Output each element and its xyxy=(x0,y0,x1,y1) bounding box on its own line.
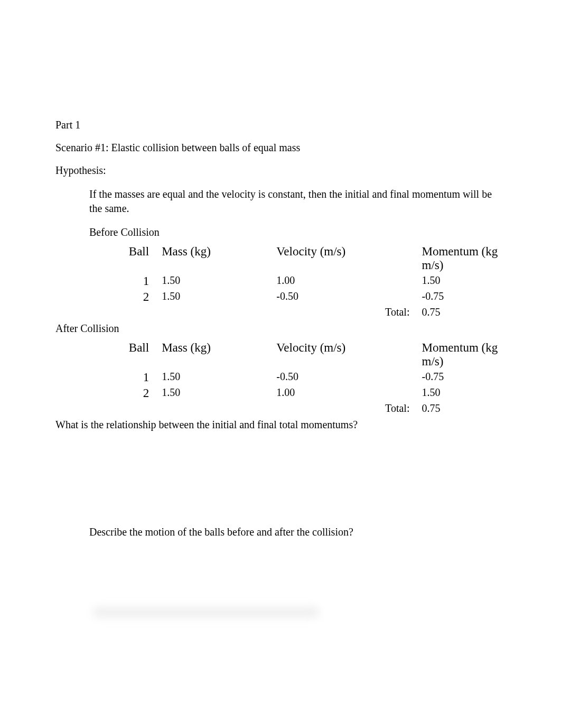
cell-blank xyxy=(157,305,272,319)
cell-blank xyxy=(272,305,381,319)
scenario-heading: Scenario #1: Elastic collision between b… xyxy=(55,142,506,154)
before-collision-title: Before Collision xyxy=(55,226,506,238)
cell-ball: 1 xyxy=(89,273,157,289)
header-momentum: Momentum (kg m/s) xyxy=(418,244,506,273)
question-2: Describe the motion of the balls before … xyxy=(55,526,506,538)
cell-mass: 1.50 xyxy=(157,385,272,401)
before-collision-table: Ball Mass (kg) Velocity (m/s) Momentum (… xyxy=(89,244,506,319)
cell-velocity: -0.50 xyxy=(272,289,381,305)
cell-mass: 1.50 xyxy=(157,370,272,385)
after-collision-title: After Collision xyxy=(55,322,506,335)
cell-mass: 1.50 xyxy=(157,289,272,305)
cell-velocity: -0.50 xyxy=(272,370,381,385)
cell-ball: 2 xyxy=(89,385,157,401)
header-ball: Ball xyxy=(89,340,157,370)
cell-blank xyxy=(157,401,272,416)
table-row: 1 1.50 -0.50 -0.75 xyxy=(89,370,506,385)
header-ball: Ball xyxy=(89,244,157,273)
cell-momentum: -0.75 xyxy=(418,289,506,305)
question-1: What is the relationship between the ini… xyxy=(55,419,506,431)
document-page: Part 1 Scenario #1: Elastic collision be… xyxy=(0,0,561,649)
header-blank xyxy=(381,340,417,370)
cell-blank xyxy=(89,401,157,416)
cell-blank xyxy=(381,289,417,305)
cell-ball: 1 xyxy=(89,370,157,385)
cell-mass: 1.50 xyxy=(157,273,272,289)
table-row: 1 1.50 1.00 1.50 xyxy=(89,273,506,289)
header-mass: Mass (kg) xyxy=(157,244,272,273)
cell-blank xyxy=(381,370,417,385)
table-header-row: Ball Mass (kg) Velocity (m/s) Momentum (… xyxy=(89,340,506,370)
header-momentum: Momentum (kg m/s) xyxy=(418,340,506,370)
cell-ball: 2 xyxy=(89,289,157,305)
hypothesis-label: Hypothesis: xyxy=(55,164,506,177)
total-label: Total: xyxy=(381,305,417,319)
table-header-row: Ball Mass (kg) Velocity (m/s) Momentum (… xyxy=(89,244,506,273)
hypothesis-text: If the masses are equal and the velocity… xyxy=(55,187,506,216)
table-total-row: Total: 0.75 xyxy=(89,305,506,319)
header-mass: Mass (kg) xyxy=(157,340,272,370)
cell-momentum: -0.75 xyxy=(418,370,506,385)
table-row: 2 1.50 -0.50 -0.75 xyxy=(89,289,506,305)
header-velocity: Velocity (m/s) xyxy=(272,244,381,273)
part-heading: Part 1 xyxy=(55,119,506,131)
table-row: 2 1.50 1.00 1.50 xyxy=(89,385,506,401)
cell-velocity: 1.00 xyxy=(272,273,381,289)
cell-blank xyxy=(89,305,157,319)
cell-blank xyxy=(381,273,417,289)
after-collision-table: Ball Mass (kg) Velocity (m/s) Momentum (… xyxy=(89,340,506,416)
cell-blank xyxy=(272,401,381,416)
header-velocity: Velocity (m/s) xyxy=(272,340,381,370)
cell-blank xyxy=(381,385,417,401)
total-value: 0.75 xyxy=(418,305,506,319)
total-label: Total: xyxy=(381,401,417,416)
total-value: 0.75 xyxy=(418,401,506,416)
cell-velocity: 1.00 xyxy=(272,385,381,401)
cell-momentum: 1.50 xyxy=(418,273,506,289)
header-blank xyxy=(381,244,417,273)
blurred-content-bar xyxy=(92,607,320,618)
table-total-row: Total: 0.75 xyxy=(89,401,506,416)
cell-momentum: 1.50 xyxy=(418,385,506,401)
